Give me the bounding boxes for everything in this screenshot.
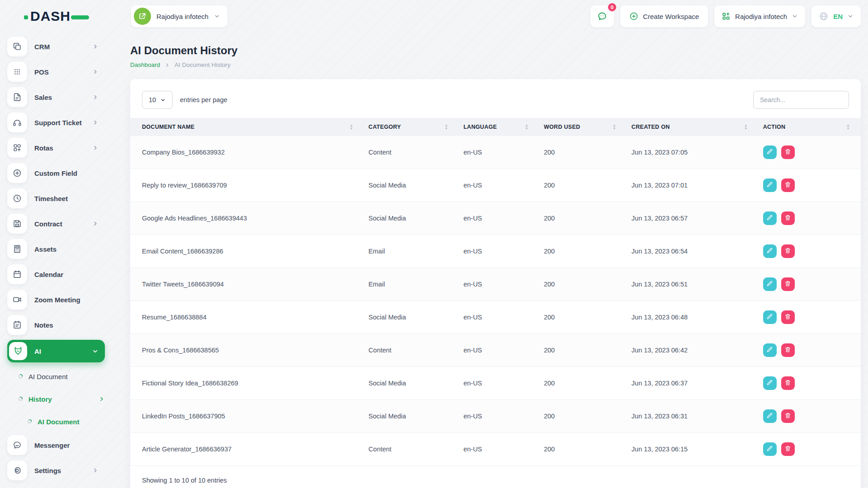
contract-icon bbox=[7, 214, 27, 234]
edit-button[interactable] bbox=[763, 310, 777, 324]
delete-button[interactable] bbox=[781, 310, 795, 324]
sidebar-subitem-label: History bbox=[28, 395, 52, 403]
sidebar-subitem-ai-document-nested[interactable]: AI Document bbox=[7, 412, 105, 431]
trash-icon bbox=[784, 445, 791, 453]
column-header-label: ACTION bbox=[763, 124, 786, 130]
column-header-label: LANGUAGE bbox=[463, 124, 497, 130]
sidebar-item-calendar[interactable]: Calendar bbox=[7, 264, 105, 285]
breadcrumb-current: AI Document History bbox=[175, 61, 231, 68]
cell-language: en-US bbox=[459, 136, 539, 169]
cell-word-used: 200 bbox=[539, 136, 627, 169]
column-header-category[interactable]: CATEGORY▲▼ bbox=[364, 118, 459, 136]
delete-button[interactable] bbox=[781, 409, 795, 423]
cell-language: en-US bbox=[459, 169, 539, 202]
column-header-word-used[interactable]: WORD USED▲▼ bbox=[539, 118, 627, 136]
bullet-icon bbox=[18, 372, 23, 380]
edit-button[interactable] bbox=[763, 244, 777, 258]
edit-button[interactable] bbox=[763, 145, 777, 159]
cell-created-on: Jun 13, 2023 06:51 bbox=[627, 268, 759, 301]
language-selector[interactable]: EN bbox=[811, 5, 861, 27]
brand-logo[interactable]: DASH bbox=[0, 9, 113, 24]
trash-icon bbox=[784, 181, 791, 189]
trash-icon bbox=[784, 379, 791, 387]
cell-created-on: Jun 13, 2023 06:15 bbox=[627, 433, 759, 466]
sidebar-subitem-history[interactable]: History bbox=[7, 389, 105, 408]
account-selector-label: Rajodiya infotech bbox=[735, 13, 787, 20]
cell-created-on: Jun 13, 2023 07:05 bbox=[627, 136, 759, 169]
table-row: LinkedIn Posts_1686637905Social Mediaen-… bbox=[130, 400, 861, 433]
sort-arrows-icon[interactable]: ▲▼ bbox=[846, 124, 850, 130]
edit-button[interactable] bbox=[763, 376, 777, 390]
sidebar-item-contract[interactable]: Contract bbox=[7, 213, 105, 234]
sort-arrows-icon[interactable]: ▲▼ bbox=[444, 124, 448, 130]
delete-button[interactable] bbox=[781, 178, 795, 192]
sidebar-item-custom-field[interactable]: Custom Field bbox=[7, 163, 105, 183]
chevron-right-icon bbox=[92, 94, 99, 100]
cell-category: Social Media bbox=[364, 367, 459, 400]
delete-button[interactable] bbox=[781, 211, 795, 225]
edit-button[interactable] bbox=[763, 442, 777, 456]
edit-button[interactable] bbox=[763, 211, 777, 225]
pencil-icon bbox=[766, 181, 773, 189]
sidebar-item-label: Contract bbox=[34, 220, 62, 228]
delete-button[interactable] bbox=[781, 376, 795, 390]
sidebar-item-assets[interactable]: Assets bbox=[7, 239, 105, 259]
chevron-down-icon bbox=[847, 13, 854, 19]
trash-icon bbox=[784, 247, 791, 255]
cell-created-on: Jun 13, 2023 06:37 bbox=[627, 367, 759, 400]
sidebar-item-messenger[interactable]: Messenger bbox=[7, 435, 105, 455]
cell-language: en-US bbox=[459, 301, 539, 334]
delete-button[interactable] bbox=[781, 343, 795, 357]
delete-button[interactable] bbox=[781, 145, 795, 159]
column-header-language[interactable]: LANGUAGE▲▼ bbox=[459, 118, 539, 136]
column-header-action[interactable]: ACTION▲▼ bbox=[759, 118, 861, 136]
cell-category: Social Media bbox=[364, 202, 459, 235]
sidebar-item-crm[interactable]: CRM bbox=[7, 36, 105, 57]
delete-button[interactable] bbox=[781, 244, 795, 258]
sidebar-item-rotas[interactable]: Rotas bbox=[7, 137, 105, 158]
cell-language: en-US bbox=[459, 433, 539, 466]
create-workspace-button[interactable]: Create Workspace bbox=[620, 5, 708, 27]
sidebar-item-pos[interactable]: POS bbox=[7, 61, 105, 82]
sales-document-icon bbox=[7, 87, 27, 107]
edit-button[interactable] bbox=[763, 277, 777, 291]
workspace-selector[interactable]: Rajodiya infotech bbox=[131, 5, 227, 27]
cell-word-used: 200 bbox=[539, 202, 627, 235]
search-input[interactable] bbox=[753, 91, 849, 109]
trash-icon bbox=[784, 412, 791, 420]
cell-word-used: 200 bbox=[539, 433, 627, 466]
sidebar-item-notes[interactable]: Notes bbox=[7, 314, 105, 335]
sidebar-item-support-ticket[interactable]: Support Ticket bbox=[7, 112, 105, 133]
cell-word-used: 200 bbox=[539, 235, 627, 268]
sort-arrows-icon[interactable]: ▲▼ bbox=[613, 124, 616, 130]
sidebar-item-timesheet[interactable]: Timesheet bbox=[7, 188, 105, 209]
sidebar-item-sales[interactable]: Sales bbox=[7, 87, 105, 108]
column-header-created-on[interactable]: CREATED ON▲▼ bbox=[627, 118, 759, 136]
sidebar-item-ai[interactable]: AI bbox=[7, 340, 105, 362]
sort-arrows-icon[interactable]: ▲▼ bbox=[349, 124, 353, 130]
cell-category: Content bbox=[364, 136, 459, 169]
sort-arrows-icon[interactable]: ▲▼ bbox=[744, 124, 748, 130]
delete-button[interactable] bbox=[781, 277, 795, 291]
account-selector[interactable]: Rajodiya infotech bbox=[714, 5, 805, 27]
entries-per-page-select[interactable]: 10 bbox=[142, 91, 173, 109]
breadcrumb-dashboard-link[interactable]: Dashboard bbox=[130, 61, 160, 68]
sort-arrows-icon[interactable]: ▲▼ bbox=[525, 124, 528, 130]
edit-button[interactable] bbox=[763, 178, 777, 192]
trash-icon bbox=[784, 346, 791, 354]
history-table-card: 10 entries per page DOCUMENT NAME▲▼CATEG… bbox=[130, 79, 861, 488]
header-actions: 0 Create Workspace Rajodiya infotech EN bbox=[590, 5, 861, 27]
edit-button[interactable] bbox=[763, 343, 777, 357]
column-header-document-name[interactable]: DOCUMENT NAME▲▼ bbox=[130, 118, 364, 136]
top-header: DASH Rajodiya infotech 0 Create Workspac… bbox=[0, 0, 868, 33]
chat-notifications-button[interactable]: 0 bbox=[590, 5, 614, 27]
edit-button[interactable] bbox=[763, 409, 777, 423]
delete-button[interactable] bbox=[781, 442, 795, 456]
sidebar-item-zoom-meeting[interactable]: Zoom Meeting bbox=[7, 289, 105, 310]
sidebar-item-label: Notes bbox=[34, 321, 53, 329]
sidebar-subitem-ai-document[interactable]: AI Document bbox=[7, 367, 105, 386]
cell-actions bbox=[759, 268, 861, 301]
table-row: Resume_1686638884Social Mediaen-US200Jun… bbox=[130, 301, 861, 334]
sidebar-item-settings[interactable]: Settings bbox=[7, 460, 105, 481]
trash-icon bbox=[784, 280, 791, 288]
